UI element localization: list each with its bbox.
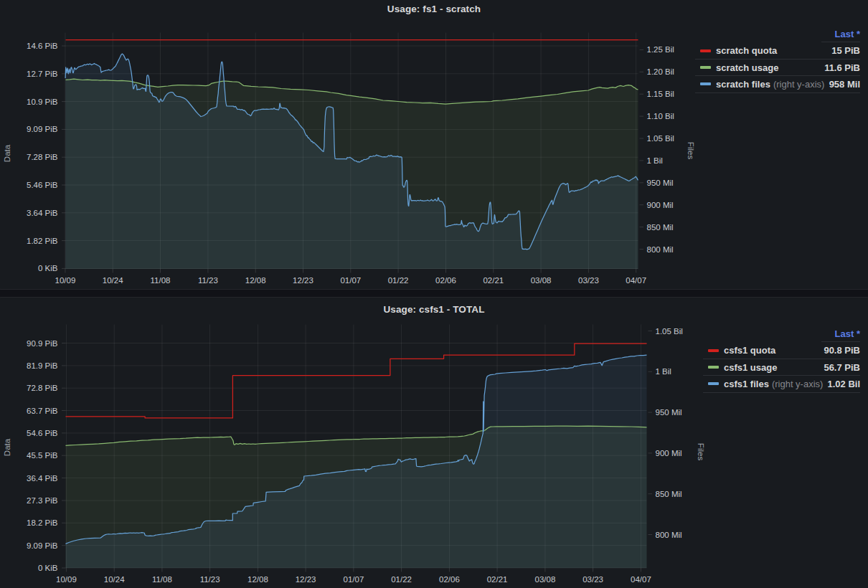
svg-text:950 Mil: 950 Mil [647,179,674,187]
svg-text:02/21: 02/21 [487,575,508,584]
svg-text:03/08: 03/08 [535,575,556,584]
svg-text:12/08: 12/08 [245,276,266,285]
svg-text:1.25 Bil: 1.25 Bil [647,45,674,54]
svg-text:10/09: 10/09 [56,575,77,584]
svg-text:11/23: 11/23 [200,575,220,584]
svg-text:03/08: 03/08 [531,276,552,285]
svg-text:01/22: 01/22 [391,575,412,584]
svg-text:1.15 Bil: 1.15 Bil [647,90,674,98]
svg-text:02/06: 02/06 [435,276,456,285]
svg-text:1 Bil: 1 Bil [656,367,671,376]
svg-text:10/09: 10/09 [55,276,76,285]
svg-text:03/23: 03/23 [582,575,603,584]
svg-text:950 Mil: 950 Mil [656,408,682,417]
svg-text:1.05 Bil: 1.05 Bil [647,134,674,143]
svg-text:850 Mil: 850 Mil [656,490,682,498]
svg-text:02/06: 02/06 [439,575,460,584]
svg-text:03/23: 03/23 [578,276,599,285]
svg-text:54.6 PiB: 54.6 PiB [27,429,58,437]
svg-text:7.28 PiB: 7.28 PiB [27,153,58,161]
svg-text:850 Mil: 850 Mil [647,223,674,232]
svg-text:12/08: 12/08 [247,575,268,584]
svg-text:01/07: 01/07 [340,276,361,285]
svg-text:45.5 PiB: 45.5 PiB [27,451,58,460]
svg-text:12.7 PiB: 12.7 PiB [27,70,58,78]
svg-text:10.9 PiB: 10.9 PiB [27,98,58,106]
svg-text:800 Mil: 800 Mil [656,531,682,539]
svg-text:900 Mil: 900 Mil [647,201,674,209]
svg-text:1 Bil: 1 Bil [647,156,663,165]
svg-text:18.2 PiB: 18.2 PiB [27,518,58,527]
svg-text:04/07: 04/07 [626,276,646,285]
svg-text:1.10 Bil: 1.10 Bil [647,112,674,120]
svg-text:3.64 PiB: 3.64 PiB [27,209,58,217]
svg-text:11/23: 11/23 [198,276,218,285]
svg-text:5.46 PiB: 5.46 PiB [27,181,58,189]
svg-text:01/22: 01/22 [388,276,409,285]
svg-text:04/07: 04/07 [631,575,651,584]
svg-text:90.9 PiB: 90.9 PiB [27,339,58,348]
svg-text:12/23: 12/23 [293,276,313,285]
svg-text:9.09 PiB: 9.09 PiB [27,541,58,550]
svg-text:81.9 PiB: 81.9 PiB [27,361,58,370]
svg-text:Files: Files [687,142,695,160]
svg-text:11/08: 11/08 [152,575,172,584]
svg-text:10/24: 10/24 [104,575,125,584]
svg-text:11/08: 11/08 [151,276,171,285]
svg-text:Files: Files [697,443,705,461]
svg-text:10/24: 10/24 [103,276,123,285]
svg-text:900 Mil: 900 Mil [656,449,682,457]
svg-text:02/21: 02/21 [483,276,504,285]
svg-text:36.4 PiB: 36.4 PiB [27,474,58,483]
svg-text:72.8 PiB: 72.8 PiB [27,384,58,392]
svg-text:Data: Data [3,144,11,162]
svg-text:9.09 PiB: 9.09 PiB [27,125,58,133]
svg-text:1.82 PiB: 1.82 PiB [27,237,58,245]
svg-text:800 Mil: 800 Mil [647,245,674,254]
svg-text:63.7 PiB: 63.7 PiB [27,407,58,415]
svg-text:1.05 Bil: 1.05 Bil [656,327,683,336]
svg-text:0 KiB: 0 KiB [38,564,58,572]
svg-text:01/07: 01/07 [344,575,364,584]
svg-text:14.6 PiB: 14.6 PiB [27,42,58,50]
svg-text:Data: Data [3,438,11,456]
svg-text:0 KiB: 0 KiB [38,264,58,272]
svg-text:12/23: 12/23 [296,575,316,584]
svg-text:27.3 PiB: 27.3 PiB [27,496,58,505]
svg-text:1.20 Bil: 1.20 Bil [647,67,674,76]
